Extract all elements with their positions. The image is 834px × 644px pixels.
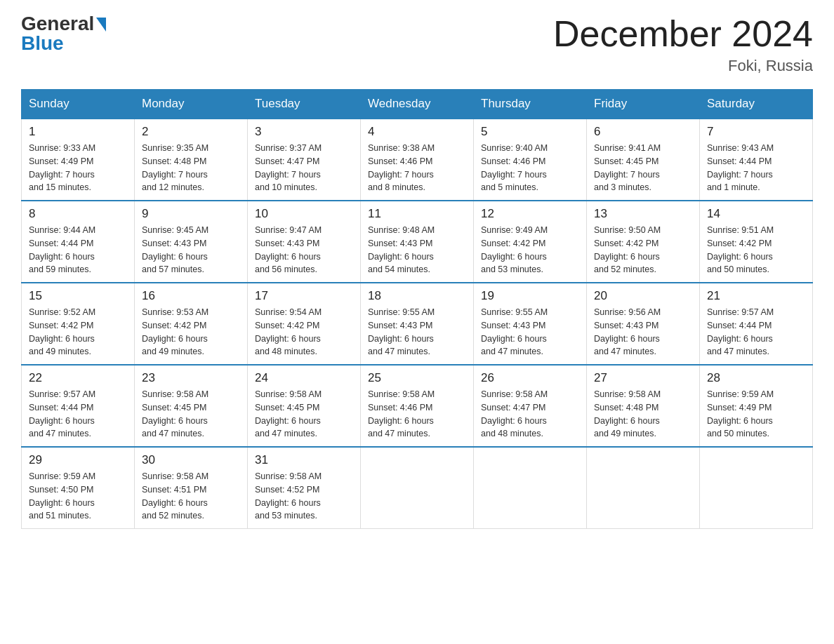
day-info: Sunrise: 9:58 AMSunset: 4:46 PMDaylight:… — [368, 388, 466, 441]
day-number: 2 — [142, 125, 240, 139]
day-info: Sunrise: 9:45 AMSunset: 4:43 PMDaylight:… — [142, 224, 240, 276]
day-info: Sunrise: 9:59 AMSunset: 4:49 PMDaylight:… — [707, 388, 805, 441]
calendar-cell: 12 Sunrise: 9:49 AMSunset: 4:42 PMDaylig… — [474, 201, 587, 283]
day-info: Sunrise: 9:57 AMSunset: 4:44 PMDaylight:… — [707, 306, 805, 358]
title-block: December 2024 Foki, Russia — [553, 14, 813, 75]
day-info: Sunrise: 9:47 AMSunset: 4:43 PMDaylight:… — [255, 224, 353, 276]
calendar-cell: 31 Sunrise: 9:58 AMSunset: 4:52 PMDaylig… — [248, 447, 361, 529]
day-number: 10 — [255, 207, 353, 221]
day-number: 29 — [29, 453, 127, 467]
day-info: Sunrise: 9:54 AMSunset: 4:42 PMDaylight:… — [255, 306, 353, 358]
calendar-cell: 28 Sunrise: 9:59 AMSunset: 4:49 PMDaylig… — [700, 365, 813, 447]
calendar-cell: 26 Sunrise: 9:58 AMSunset: 4:47 PMDaylig… — [474, 365, 587, 447]
calendar-cell: 11 Sunrise: 9:48 AMSunset: 4:43 PMDaylig… — [361, 201, 474, 283]
day-number: 5 — [481, 125, 579, 139]
calendar-week-row: 8 Sunrise: 9:44 AMSunset: 4:44 PMDayligh… — [22, 201, 813, 283]
day-info: Sunrise: 9:43 AMSunset: 4:44 PMDaylight:… — [707, 142, 805, 194]
page-header: General Blue December 2024 Foki, Russia — [21, 14, 813, 75]
day-number: 8 — [29, 207, 127, 221]
header-thursday: Thursday — [474, 90, 587, 119]
day-info: Sunrise: 9:58 AMSunset: 4:47 PMDaylight:… — [481, 388, 579, 441]
day-info: Sunrise: 9:52 AMSunset: 4:42 PMDaylight:… — [29, 306, 127, 358]
day-number: 19 — [481, 289, 579, 303]
calendar-cell: 15 Sunrise: 9:52 AMSunset: 4:42 PMDaylig… — [22, 283, 135, 365]
day-number: 25 — [368, 371, 466, 385]
day-number: 23 — [142, 371, 240, 385]
logo: General Blue — [21, 14, 106, 53]
calendar-cell: 14 Sunrise: 9:51 AMSunset: 4:42 PMDaylig… — [700, 201, 813, 283]
day-number: 1 — [29, 125, 127, 139]
day-number: 20 — [594, 289, 692, 303]
calendar-cell: 25 Sunrise: 9:58 AMSunset: 4:46 PMDaylig… — [361, 365, 474, 447]
day-info: Sunrise: 9:58 AMSunset: 4:51 PMDaylight:… — [142, 470, 240, 523]
day-info: Sunrise: 9:50 AMSunset: 4:42 PMDaylight:… — [594, 224, 692, 276]
day-number: 13 — [594, 207, 692, 221]
day-info: Sunrise: 9:55 AMSunset: 4:43 PMDaylight:… — [368, 306, 466, 358]
day-info: Sunrise: 9:53 AMSunset: 4:42 PMDaylight:… — [142, 306, 240, 358]
calendar-week-row: 1 Sunrise: 9:33 AMSunset: 4:49 PMDayligh… — [22, 119, 813, 201]
day-info: Sunrise: 9:58 AMSunset: 4:45 PMDaylight:… — [255, 388, 353, 441]
day-info: Sunrise: 9:59 AMSunset: 4:50 PMDaylight:… — [29, 470, 127, 523]
day-info: Sunrise: 9:40 AMSunset: 4:46 PMDaylight:… — [481, 142, 579, 194]
day-info: Sunrise: 9:51 AMSunset: 4:42 PMDaylight:… — [707, 224, 805, 276]
day-number: 14 — [707, 207, 805, 221]
day-number: 7 — [707, 125, 805, 139]
calendar-header-row: SundayMondayTuesdayWednesdayThursdayFrid… — [22, 90, 813, 119]
header-monday: Monday — [135, 90, 248, 119]
day-info: Sunrise: 9:56 AMSunset: 4:43 PMDaylight:… — [594, 306, 692, 358]
day-number: 31 — [255, 453, 353, 467]
calendar-cell: 10 Sunrise: 9:47 AMSunset: 4:43 PMDaylig… — [248, 201, 361, 283]
day-number: 3 — [255, 125, 353, 139]
calendar-cell: 4 Sunrise: 9:38 AMSunset: 4:46 PMDayligh… — [361, 119, 474, 201]
day-number: 16 — [142, 289, 240, 303]
calendar-week-row: 15 Sunrise: 9:52 AMSunset: 4:42 PMDaylig… — [22, 283, 813, 365]
location: Foki, Russia — [553, 57, 813, 75]
calendar-cell: 7 Sunrise: 9:43 AMSunset: 4:44 PMDayligh… — [700, 119, 813, 201]
day-number: 18 — [368, 289, 466, 303]
day-number: 21 — [707, 289, 805, 303]
month-title: December 2024 — [553, 14, 813, 54]
day-number: 22 — [29, 371, 127, 385]
calendar-cell: 5 Sunrise: 9:40 AMSunset: 4:46 PMDayligh… — [474, 119, 587, 201]
calendar-cell — [700, 447, 813, 529]
day-number: 4 — [368, 125, 466, 139]
calendar-cell — [474, 447, 587, 529]
calendar-cell: 2 Sunrise: 9:35 AMSunset: 4:48 PMDayligh… — [135, 119, 248, 201]
day-info: Sunrise: 9:58 AMSunset: 4:52 PMDaylight:… — [255, 470, 353, 523]
day-info: Sunrise: 9:48 AMSunset: 4:43 PMDaylight:… — [368, 224, 466, 276]
calendar-cell: 3 Sunrise: 9:37 AMSunset: 4:47 PMDayligh… — [248, 119, 361, 201]
day-number: 27 — [594, 371, 692, 385]
header-tuesday: Tuesday — [248, 90, 361, 119]
day-info: Sunrise: 9:57 AMSunset: 4:44 PMDaylight:… — [29, 388, 127, 441]
calendar-cell: 24 Sunrise: 9:58 AMSunset: 4:45 PMDaylig… — [248, 365, 361, 447]
day-number: 17 — [255, 289, 353, 303]
calendar-cell: 21 Sunrise: 9:57 AMSunset: 4:44 PMDaylig… — [700, 283, 813, 365]
calendar-table: SundayMondayTuesdayWednesdayThursdayFrid… — [21, 89, 813, 529]
calendar-cell: 8 Sunrise: 9:44 AMSunset: 4:44 PMDayligh… — [22, 201, 135, 283]
calendar-cell: 19 Sunrise: 9:55 AMSunset: 4:43 PMDaylig… — [474, 283, 587, 365]
calendar-cell: 13 Sunrise: 9:50 AMSunset: 4:42 PMDaylig… — [587, 201, 700, 283]
calendar-cell: 6 Sunrise: 9:41 AMSunset: 4:45 PMDayligh… — [587, 119, 700, 201]
day-number: 30 — [142, 453, 240, 467]
calendar-cell: 23 Sunrise: 9:58 AMSunset: 4:45 PMDaylig… — [135, 365, 248, 447]
calendar-cell: 27 Sunrise: 9:58 AMSunset: 4:48 PMDaylig… — [587, 365, 700, 447]
day-info: Sunrise: 9:37 AMSunset: 4:47 PMDaylight:… — [255, 142, 353, 194]
day-info: Sunrise: 9:35 AMSunset: 4:48 PMDaylight:… — [142, 142, 240, 194]
calendar-week-row: 22 Sunrise: 9:57 AMSunset: 4:44 PMDaylig… — [22, 365, 813, 447]
day-number: 26 — [481, 371, 579, 385]
calendar-cell: 30 Sunrise: 9:58 AMSunset: 4:51 PMDaylig… — [135, 447, 248, 529]
day-info: Sunrise: 9:49 AMSunset: 4:42 PMDaylight:… — [481, 224, 579, 276]
day-number: 9 — [142, 207, 240, 221]
calendar-cell: 17 Sunrise: 9:54 AMSunset: 4:42 PMDaylig… — [248, 283, 361, 365]
day-number: 12 — [481, 207, 579, 221]
calendar-cell: 18 Sunrise: 9:55 AMSunset: 4:43 PMDaylig… — [361, 283, 474, 365]
day-info: Sunrise: 9:33 AMSunset: 4:49 PMDaylight:… — [29, 142, 127, 194]
day-info: Sunrise: 9:38 AMSunset: 4:46 PMDaylight:… — [368, 142, 466, 194]
calendar-cell: 9 Sunrise: 9:45 AMSunset: 4:43 PMDayligh… — [135, 201, 248, 283]
calendar-cell: 29 Sunrise: 9:59 AMSunset: 4:50 PMDaylig… — [22, 447, 135, 529]
logo-triangle-icon — [96, 18, 106, 32]
calendar-cell: 22 Sunrise: 9:57 AMSunset: 4:44 PMDaylig… — [22, 365, 135, 447]
calendar-cell: 1 Sunrise: 9:33 AMSunset: 4:49 PMDayligh… — [22, 119, 135, 201]
day-number: 15 — [29, 289, 127, 303]
header-saturday: Saturday — [700, 90, 813, 119]
